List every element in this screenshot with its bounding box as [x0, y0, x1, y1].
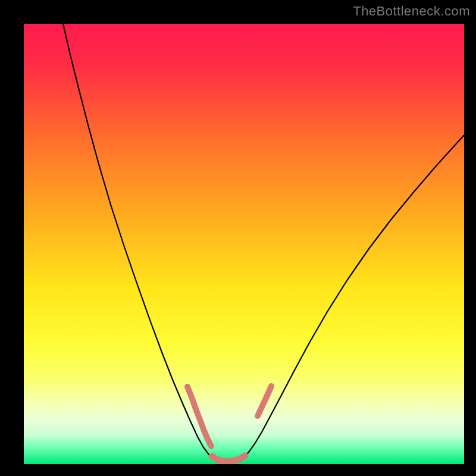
outer-frame: TheBottleneck.com [0, 0, 476, 476]
gradient-background [24, 24, 464, 464]
bottleneck-chart [24, 24, 464, 464]
watermark-label: TheBottleneck.com [353, 4, 470, 19]
plot-area [24, 24, 464, 464]
